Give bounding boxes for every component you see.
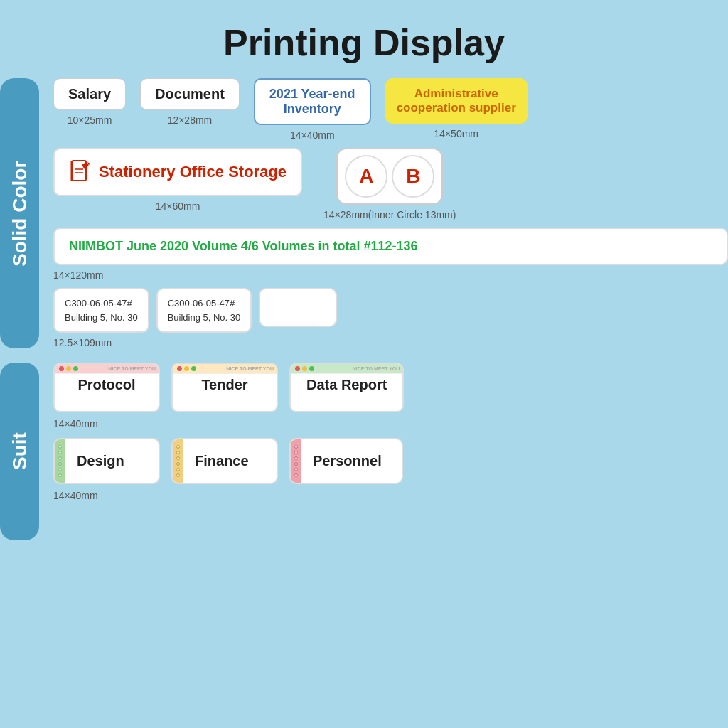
personnel-dot-1 — [294, 445, 298, 449]
stationery-label-item: Stationery Office Storage 14×60mm — [53, 148, 302, 212]
design-dot-2 — [58, 451, 62, 454]
design-dots — [55, 439, 65, 483]
long-label-item: NIIMBOT June 2020 Volume 4/6 Volumes in … — [53, 228, 728, 281]
personnel-text: Personnel — [301, 444, 393, 478]
circle-b-tag: B — [392, 155, 434, 198]
data-report-text: Data Report — [306, 377, 387, 393]
file-labels-row: C300-06-05-47#Building 5, No. 30 C300-06… — [53, 288, 728, 333]
circle-size: 14×28mm(Inner Circle 13mm) — [323, 209, 456, 220]
tender-tag: NICE TO MEET YOU Tender — [171, 363, 278, 412]
circle-outer-tag: A B — [336, 148, 443, 205]
solid-color-label: Solid Color — [0, 78, 39, 348]
circle-a-tag: A — [345, 155, 387, 198]
personnel-dots — [291, 439, 301, 483]
tender-text: Tender — [201, 377, 247, 393]
inventory-label-item: 2021 Year-endInventory 14×40mm — [254, 78, 371, 141]
nice-label-2: NICE TO MEET YOU — [226, 366, 274, 371]
tender-header: NICE TO MEET YOU — [173, 364, 277, 374]
salary-tag: Salary — [53, 78, 126, 110]
inventory-tag: 2021 Year-endInventory — [254, 78, 371, 125]
suit-row1-size: 14×40mm — [53, 418, 728, 429]
file-labels-size: 12.5×109mm — [53, 337, 728, 348]
inventory-size: 14×40mm — [290, 129, 335, 141]
page-title: Printing Display — [0, 0, 728, 78]
personnel-wrapper: Personnel — [289, 438, 403, 484]
solid-color-content: Salary 10×25mm Document 12×28mm 2021 Yea… — [53, 78, 728, 348]
personnel-dot-5 — [294, 468, 298, 471]
file-labels-section: C300-06-05-47#Building 5, No. 30 C300-06… — [53, 288, 728, 348]
design-text: Design — [65, 444, 136, 478]
dot-yellow-3 — [302, 366, 307, 371]
protocol-tag: NICE TO MEET YOU Protocol — [53, 363, 160, 412]
suit-label: Suit — [0, 363, 39, 540]
label-row-2: Stationery Office Storage 14×60mm A B 14… — [53, 148, 728, 220]
finance-dot-6 — [176, 473, 180, 477]
finance-text: Finance — [183, 444, 260, 478]
long-label-tag: NIIMBOT June 2020 Volume 4/6 Volumes in … — [53, 228, 728, 265]
admin-tag: Administrativecooperation supplier — [385, 78, 528, 124]
suit-row-1: NICE TO MEET YOU Protocol NICE TO MEET Y… — [53, 363, 728, 412]
circle-label-item: A B 14×28mm(Inner Circle 13mm) — [323, 148, 456, 220]
design-tag: Design — [53, 438, 160, 484]
salary-size: 10×25mm — [68, 114, 112, 126]
data-report-wrapper: NICE TO MEET YOU Data Report — [289, 363, 404, 412]
protocol-text: Protocol — [77, 377, 135, 393]
stationery-size: 14×60mm — [156, 200, 200, 212]
file-label-2: C300-06-05-47#Building 5, No. 30 — [156, 288, 252, 333]
stationery-icon — [69, 159, 92, 185]
data-report-header: NICE TO MEET YOU — [291, 364, 402, 374]
dot-red-3 — [295, 366, 300, 371]
file-label-blank — [259, 288, 337, 327]
finance-tag: Finance — [171, 438, 278, 484]
protocol-header: NICE TO MEET YOU — [55, 364, 159, 374]
finance-dot-2 — [176, 451, 180, 454]
data-report-tag: NICE TO MEET YOU Data Report — [289, 363, 404, 412]
personnel-dot-3 — [294, 456, 298, 460]
design-dot-6 — [58, 473, 62, 477]
personnel-dot-2 — [294, 451, 298, 454]
solid-color-section: Solid Color Salary 10×25mm Document 12×2… — [0, 78, 728, 348]
stationery-text: Stationery Office Storage — [99, 163, 287, 181]
design-dot-3 — [58, 456, 62, 460]
suit-row-2: Design Finance — [53, 438, 728, 484]
design-dot-1 — [58, 445, 62, 449]
nice-label-1: NICE TO MEET YOU — [108, 366, 156, 371]
admin-label-item: Administrativecooperation supplier 14×50… — [385, 78, 528, 139]
design-dot-4 — [58, 462, 62, 466]
suit-section: Suit NICE TO MEET YOU Protocol — [0, 363, 728, 540]
protocol-wrapper: NICE TO MEET YOU Protocol — [53, 363, 160, 412]
finance-wrapper: Finance — [171, 438, 278, 484]
admin-size: 14×50mm — [434, 128, 478, 139]
salary-label-item: Salary 10×25mm — [53, 78, 126, 126]
document-size: 12×28mm — [168, 114, 213, 126]
design-dot-5 — [58, 468, 62, 471]
dot-yellow-2 — [184, 366, 189, 371]
finance-dots — [173, 439, 183, 483]
nice-label-3: NICE TO MEET YOU — [353, 366, 400, 371]
dot-red-2 — [177, 366, 182, 371]
design-wrapper: Design — [53, 438, 160, 484]
suit-content: NICE TO MEET YOU Protocol NICE TO MEET Y… — [53, 363, 728, 540]
stationery-tag: Stationery Office Storage — [53, 148, 302, 196]
finance-dot-5 — [176, 468, 180, 471]
finance-dot-4 — [176, 462, 180, 466]
dot-red-1 — [59, 366, 64, 371]
personnel-dot-6 — [294, 473, 298, 477]
suit-row2-size: 14×40mm — [53, 490, 728, 501]
finance-dot-3 — [176, 456, 180, 460]
personnel-dot-4 — [294, 462, 298, 466]
tender-wrapper: NICE TO MEET YOU Tender — [171, 363, 278, 412]
dot-green-1 — [73, 366, 78, 371]
dot-green-2 — [191, 366, 196, 371]
dot-yellow-1 — [66, 366, 71, 371]
document-label-item: Document 12×28mm — [140, 78, 240, 126]
file-label-1: C300-06-05-47#Building 5, No. 30 — [53, 288, 149, 333]
document-tag: Document — [140, 78, 240, 110]
long-label-size: 14×120mm — [53, 269, 728, 281]
finance-dot-1 — [176, 445, 180, 449]
dot-green-3 — [309, 366, 314, 371]
personnel-tag: Personnel — [289, 438, 403, 484]
label-row-1: Salary 10×25mm Document 12×28mm 2021 Yea… — [53, 78, 728, 141]
